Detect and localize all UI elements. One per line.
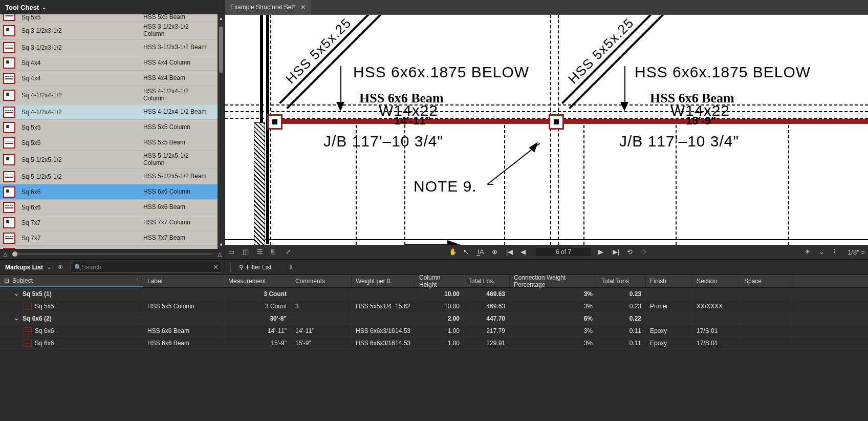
chevron-down-icon[interactable]: ⌄ <box>47 264 51 270</box>
tool-item-name: Sq 5-1/2x5-1/2 <box>21 156 143 163</box>
lasso-icon[interactable]: ⌇ <box>833 248 841 256</box>
markup-group-row[interactable]: ⌄Sq 6x6 (2)30'-8"2.00447.706%0.22 <box>0 312 868 325</box>
tool-item[interactable]: Sq 7x7HSS 7x7 Beam <box>0 230 218 246</box>
col-total-lbs[interactable]: Total Lbs. <box>464 275 510 287</box>
tool-item[interactable]: Sq 3-1/2x3-1/2HSS 3-1/2x3-1/2 Column <box>0 22 218 40</box>
markup-row[interactable]: Sq 5x5HSS 5x5 Column3 Count3HSS 5x5x1/41… <box>0 300 868 312</box>
col-finish[interactable]: Finish <box>646 275 692 287</box>
tool-item-desc: HSS 5x5 Beam <box>143 14 214 21</box>
zoom-slider[interactable] <box>12 253 212 255</box>
cell: Epoxy <box>646 337 692 349</box>
close-tab-icon[interactable]: ✕ <box>300 4 306 11</box>
cell: 447.70 <box>464 312 510 324</box>
next-page-icon[interactable]: ▶ <box>598 248 606 256</box>
markup-row[interactable]: Sq 6x6HSS 6x6 Beam15'-9"15'-9"HSS 6x6x3/… <box>0 337 868 349</box>
col-subject[interactable]: ⊟ Subject ˄ <box>0 275 143 287</box>
column-tool-icon <box>3 248 15 249</box>
tool-item[interactable]: Sq 5x5HSS 5x5 Beam <box>0 14 218 22</box>
col-weight-per-ft[interactable]: Weight per ft. <box>352 275 415 287</box>
markups-search[interactable]: 🔍 ✕ <box>71 262 222 273</box>
col-total-tons[interactable]: Total Tons <box>597 275 646 287</box>
split-view-icon[interactable]: ◫ <box>243 248 251 256</box>
tool-chest-header[interactable]: Tool Chest ⌄ <box>0 0 225 14</box>
prev-page-icon[interactable]: ◀ <box>520 248 529 256</box>
tool-item-desc: HSS 7x7 Column <box>143 219 214 226</box>
tool-item[interactable]: Sq 8x8HSS 8x8 Column <box>0 246 218 249</box>
tool-item-desc: HSS 3-1/2x3-1/2 Column <box>143 24 214 38</box>
first-page-icon[interactable]: |◀ <box>506 248 514 256</box>
cell <box>740 312 791 324</box>
new-page-icon[interactable]: ⎘ <box>271 248 279 256</box>
history-back-icon[interactable]: ⟲ <box>627 248 635 256</box>
cell: 3% <box>510 288 597 300</box>
cell: HSS 6x6x3/1614.53 <box>352 337 415 349</box>
tool-item[interactable]: Sq 5x5HSS 5x5 Column <box>0 120 218 135</box>
fit-page-icon[interactable]: ⤢ <box>286 248 294 256</box>
beam-tool-icon <box>3 202 15 213</box>
column-marker[interactable] <box>549 114 564 130</box>
select-icon[interactable]: ↖ <box>463 248 471 256</box>
col-measurement[interactable]: Measurement <box>224 275 291 287</box>
document-tab[interactable]: Example Structural Set* ✕ <box>225 0 311 14</box>
markup-group-row[interactable]: ⌄Sq 5x5 (1)3 Count10.00469.633%0.23 <box>0 288 868 300</box>
search-input[interactable] <box>82 264 213 271</box>
scale-label[interactable]: 1/8" = <box>848 248 865 256</box>
tool-item[interactable]: Sq 4x4HSS 4x4 Beam <box>0 71 218 86</box>
chevron-down-icon[interactable]: ⌄ <box>819 248 827 256</box>
tool-item[interactable]: Sq 5x5HSS 5x5 Beam <box>0 135 218 151</box>
cell <box>740 325 791 336</box>
markup-row[interactable]: Sq 6x6HSS 6x6 Beam14'-11"14'-11"HSS 6x6x… <box>0 325 868 337</box>
text-select-icon[interactable]: I̲A <box>478 248 486 256</box>
pan-icon[interactable]: ✋ <box>449 248 457 256</box>
col-label[interactable]: Label <box>143 275 224 287</box>
page-indicator[interactable]: 6 of 7 <box>535 247 592 257</box>
zoom-icon[interactable]: ⊕ <box>492 248 500 256</box>
tool-item[interactable]: Sq 6x6HSS 6x6 Column <box>0 184 218 200</box>
tool-item[interactable]: Sq 5-1/2x5-1/2HSS 5-1/2x5-1/2 Beam <box>0 169 218 184</box>
scroll-down-icon[interactable]: ▼ <box>218 242 225 248</box>
scrollbar-thumb[interactable] <box>219 27 223 73</box>
tool-item[interactable]: Sq 4x4HSS 4x4 Column <box>0 55 218 71</box>
tool-item[interactable]: Sq 7x7HSS 7x7 Column <box>0 215 218 230</box>
tool-chest-scrollbar[interactable]: ▲ ▼ <box>218 14 225 249</box>
tool-item-desc: HSS 3-1/2x3-1/2 Beam <box>143 44 214 51</box>
col-conn-pct[interactable]: Connection Weight Percentage <box>510 275 597 287</box>
column-marker[interactable] <box>267 114 283 130</box>
expand-all-icon[interactable]: ⊟ <box>4 277 9 284</box>
visibility-icon[interactable]: 👁 <box>57 264 63 271</box>
dim-text: 15'-9" <box>686 114 717 128</box>
triangle-left-icon[interactable]: △ <box>3 251 7 258</box>
tool-item[interactable]: Sq 3-1/2x3-1/2HSS 3-1/2x3-1/2 Beam <box>0 40 218 55</box>
col-comments[interactable]: Comments <box>291 275 352 287</box>
single-page-icon[interactable]: ▭ <box>228 248 236 256</box>
cell <box>740 300 791 312</box>
filter-list-button[interactable]: ⚲ Filter List <box>239 264 272 271</box>
clear-search-icon[interactable]: ✕ <box>213 263 219 271</box>
beam-tool-icon <box>3 73 15 84</box>
beam-tool-icon <box>3 107 15 118</box>
cell: Primer <box>646 300 692 312</box>
col-section[interactable]: Section <box>692 275 740 287</box>
tool-item-name: Sq 3-1/2x3-1/2 <box>21 27 143 34</box>
triangle-right-icon[interactable]: △ <box>218 251 222 258</box>
last-page-icon[interactable]: ▶| <box>613 248 621 256</box>
cell: 1.00 <box>415 325 464 336</box>
tool-item[interactable]: Sq 5-1/2x5-1/2HSS 5-1/2x5-1/2 Column <box>0 151 218 169</box>
markups-header: Markups List ⌄ 👁 🔍 ✕ ⚲ Filter List ⇪ <box>0 259 868 275</box>
list-view-icon[interactable]: ☰ <box>257 248 265 256</box>
export-icon[interactable]: ⇪ <box>288 264 293 271</box>
tool-item[interactable]: Sq 4-1/2x4-1/2HSS 4-1/2x4-1/2 Beam <box>0 104 218 120</box>
scroll-up-icon[interactable]: ▲ <box>218 15 225 22</box>
cell: 469.63 <box>464 300 510 312</box>
col-column-height[interactable]: Column Height <box>415 275 464 287</box>
tool-item-name: Sq 6x6 <box>21 204 143 211</box>
drawing-text: HSS 6x6x.1875 BELOW <box>635 64 811 81</box>
filter-icon: ⚲ <box>239 264 244 271</box>
brightness-icon[interactable]: ☀ <box>805 248 813 256</box>
cell <box>646 288 692 300</box>
tool-chest-title: Tool Chest <box>5 4 39 11</box>
tool-item[interactable]: Sq 6x6HSS 6x6 Beam <box>0 200 218 215</box>
drawing-viewport[interactable]: HSS 5x5x.25 HSS 5x5x.25 HSS 6x6x.1875 BE… <box>225 14 868 245</box>
col-space[interactable]: Space <box>740 275 791 287</box>
tool-item[interactable]: Sq 4-1/2x4-1/2HSS 4-1/2x4-1/2 Column <box>0 86 218 104</box>
